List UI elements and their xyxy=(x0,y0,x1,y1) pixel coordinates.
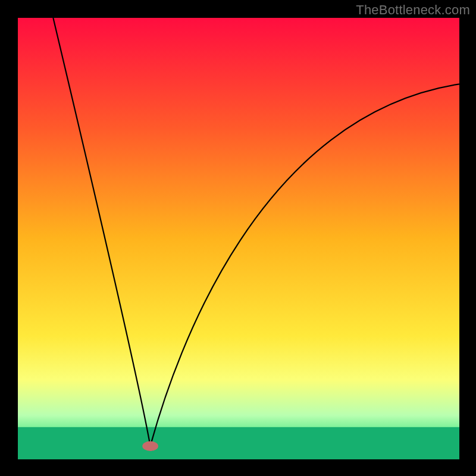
chart-frame: TheBottleneck.com xyxy=(0,0,476,476)
green-band xyxy=(18,427,459,459)
watermark-text: TheBottleneck.com xyxy=(356,2,470,18)
gradient-background xyxy=(18,18,459,459)
dip-marker xyxy=(142,441,158,451)
plot-svg xyxy=(18,18,459,459)
plot-area xyxy=(18,18,459,459)
